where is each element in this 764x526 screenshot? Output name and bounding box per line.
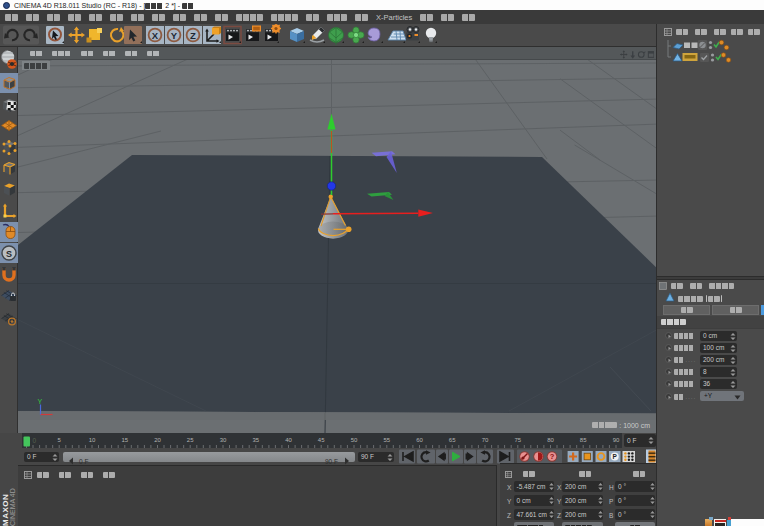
svg-text:X: X [152, 30, 159, 41]
svg-text:60: 60 [416, 437, 423, 443]
svg-text:70: 70 [482, 437, 489, 443]
svg-text:0 F: 0 F [79, 458, 88, 465]
svg-text:40: 40 [285, 437, 292, 443]
svg-text:Z: Z [190, 30, 196, 41]
svg-text:P: P [613, 453, 618, 460]
svg-text:5: 5 [58, 437, 62, 443]
svg-text:Y: Y [171, 30, 178, 41]
svg-text:90 F: 90 F [325, 458, 338, 465]
svg-text:75: 75 [514, 437, 521, 443]
svg-text:55: 55 [383, 437, 390, 443]
svg-text:50: 50 [351, 437, 358, 443]
svg-text:80: 80 [547, 437, 554, 443]
svg-text:90: 90 [613, 437, 620, 443]
svg-text:10: 10 [89, 437, 96, 443]
svg-text:S: S [6, 249, 12, 259]
svg-text:65: 65 [449, 437, 456, 443]
svg-text:Y: Y [38, 398, 43, 405]
svg-text:45: 45 [318, 437, 325, 443]
svg-text:15: 15 [121, 437, 128, 443]
svg-text:20: 20 [154, 437, 161, 443]
svg-text:30: 30 [220, 437, 227, 443]
svg-text:?: ? [550, 452, 555, 461]
svg-text:85: 85 [580, 437, 587, 443]
svg-text:35: 35 [252, 437, 259, 443]
svg-text:25: 25 [187, 437, 194, 443]
svg-text:0: 0 [33, 437, 37, 444]
